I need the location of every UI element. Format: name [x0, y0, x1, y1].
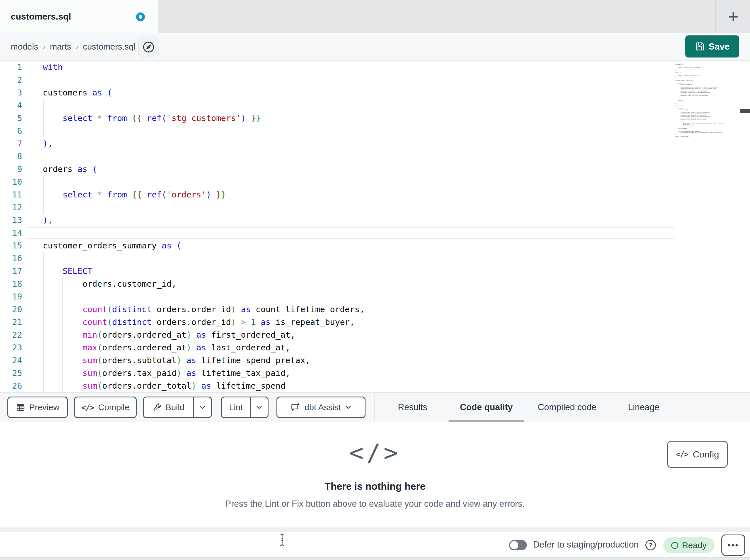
new-tab-button[interactable]: +: [720, 3, 746, 30]
code-line-content: count(distinct orders.order_id) > 1 as i…: [27, 316, 674, 329]
line-number: 24: [0, 354, 27, 367]
panel-tabs: Results Code quality Compiled code Linea…: [377, 393, 678, 422]
chevron-down-icon: [199, 405, 206, 410]
code-editor[interactable]: 1with23customers as (45 select * from {{…: [0, 61, 750, 392]
code-line-content: [27, 290, 674, 303]
more-options-button[interactable]: •••: [722, 535, 745, 556]
save-button-label: Save: [709, 41, 730, 52]
code-line[interactable]: 24 sum(orders.subtotal) as lifetime_spen…: [0, 354, 750, 367]
code-line-content: [27, 252, 674, 265]
code-line[interactable]: 19: [0, 290, 750, 303]
code-line[interactable]: 9orders as (: [0, 163, 750, 175]
code-line[interactable]: 13),: [0, 214, 750, 227]
code-line-content: [27, 74, 674, 86]
code-line[interactable]: 4: [0, 99, 750, 112]
status-ring-icon: [671, 542, 678, 549]
breadcrumb: models › marts › customers.sql: [11, 33, 135, 60]
line-number: 13: [0, 214, 27, 227]
code-line[interactable]: 22 min(orders.ordered_at) as first_order…: [0, 329, 750, 341]
code-line[interactable]: 20 count(distinct orders.order_id) as co…: [0, 303, 750, 316]
line-number: 4: [0, 99, 27, 112]
code-line-content: min(orders.ordered_at) as first_ordered_…: [27, 329, 674, 341]
open-lineage-compass-button[interactable]: [138, 37, 159, 58]
code-line-content: orders.customer_id,: [27, 277, 674, 290]
code-line[interactable]: 16: [0, 252, 750, 265]
line-number: 16: [0, 252, 27, 265]
compile-button-label: Compile: [98, 402, 129, 412]
help-icon[interactable]: ?: [645, 540, 656, 551]
code-line[interactable]: 7),: [0, 138, 750, 150]
dbt-assist-button[interactable]: dbt Assist: [276, 397, 366, 418]
breadcrumb-item-marts[interactable]: marts: [50, 42, 71, 51]
file-tab-title: customers.sql: [11, 12, 71, 22]
unsaved-changes-dot-icon: [136, 13, 145, 21]
file-header-row: models › marts › customers.sql Save: [0, 33, 750, 61]
editor-tab-bar: customers.sql +: [0, 0, 750, 33]
line-number: 14: [0, 227, 27, 240]
empty-state-title: There is nothing here: [0, 481, 750, 492]
code-line[interactable]: 10: [0, 175, 750, 188]
line-number: 23: [0, 341, 27, 354]
lint-button[interactable]: Lint: [222, 397, 250, 417]
line-number: 11: [0, 188, 27, 201]
line-number: 18: [0, 277, 27, 290]
breadcrumb-separator: ›: [76, 42, 78, 51]
tab-lineage-label: Lineage: [628, 402, 659, 412]
save-button[interactable]: Save: [685, 36, 739, 58]
code-line[interactable]: 6: [0, 125, 750, 138]
code-line[interactable]: 12: [0, 201, 750, 214]
ready-status-badge[interactable]: Ready: [663, 537, 714, 553]
breadcrumb-item-models[interactable]: models: [11, 42, 38, 51]
lint-options-dropdown[interactable]: [251, 397, 268, 417]
toggle-knob: [510, 541, 518, 549]
tab-bar-divider: [715, 0, 716, 33]
command-bar-divider: [374, 393, 375, 422]
defer-toggle[interactable]: [509, 540, 527, 551]
code-line[interactable]: 1with: [0, 61, 750, 74]
code-line[interactable]: 18 orders.customer_id,: [0, 277, 750, 290]
line-number: 10: [0, 175, 27, 188]
code-line[interactable]: 8: [0, 150, 750, 163]
panel-resize-handle[interactable]: [0, 527, 750, 532]
code-line[interactable]: 14: [0, 227, 750, 240]
line-number: 17: [0, 265, 27, 277]
tab-code-quality[interactable]: Code quality: [448, 393, 525, 422]
code-line-content: [27, 125, 674, 138]
wrench-icon: [153, 403, 162, 412]
code-line[interactable]: 15customer_orders_summary as (: [0, 240, 750, 252]
ellipsis-icon: •••: [728, 540, 739, 550]
compile-button[interactable]: </> Compile: [74, 397, 137, 418]
assist-chat-sparkle-icon: [290, 402, 300, 412]
editor-scrollbar[interactable]: [741, 61, 750, 392]
code-line-content: orders as (: [27, 163, 674, 175]
code-line[interactable]: 21 count(distinct orders.order_id) > 1 a…: [0, 316, 750, 329]
code-line[interactable]: 25 sum(orders.tax_paid) as lifetime_tax_…: [0, 367, 750, 379]
build-options-dropdown[interactable]: [194, 397, 211, 417]
indent-guide: [43, 252, 44, 392]
command-bar: Preview </> Compile Build Lint: [0, 392, 750, 422]
preview-button[interactable]: Preview: [7, 397, 68, 418]
code-line-content: [27, 99, 674, 112]
build-split-button: Build: [143, 397, 212, 418]
code-line[interactable]: 17 SELECT: [0, 265, 750, 277]
indent-guide: [43, 175, 44, 214]
tab-compiled-code[interactable]: Compiled code: [525, 393, 610, 422]
code-line[interactable]: 5 select * from {{ ref('stg_customers') …: [0, 112, 750, 125]
editor-minimap[interactable]: with customers as ( select * from {{ ref…: [674, 61, 739, 392]
breadcrumb-separator: ›: [43, 42, 45, 51]
tab-results[interactable]: Results: [377, 393, 448, 422]
breadcrumb-item-file: customers.sql: [83, 42, 135, 51]
code-line[interactable]: 3customers as (: [0, 86, 750, 99]
code-line[interactable]: 26 sum(orders.order_total) as lifetime_s…: [0, 379, 750, 392]
plus-icon: +: [728, 8, 738, 26]
code-line[interactable]: 11 select * from {{ ref('orders') }}: [0, 188, 750, 201]
code-line[interactable]: 2: [0, 74, 750, 86]
tab-lineage[interactable]: Lineage: [610, 393, 678, 422]
code-line[interactable]: 23 max(orders.ordered_at) as last_ordere…: [0, 341, 750, 354]
file-tab-customers-sql[interactable]: customers.sql: [0, 0, 158, 33]
build-button[interactable]: Build: [144, 397, 193, 417]
minimap-code-preview: with customers as ( select * from {{ ref…: [674, 61, 739, 138]
code-line-content: [27, 201, 674, 214]
indent-guide: [62, 277, 63, 392]
code-line-content: with: [27, 61, 674, 74]
